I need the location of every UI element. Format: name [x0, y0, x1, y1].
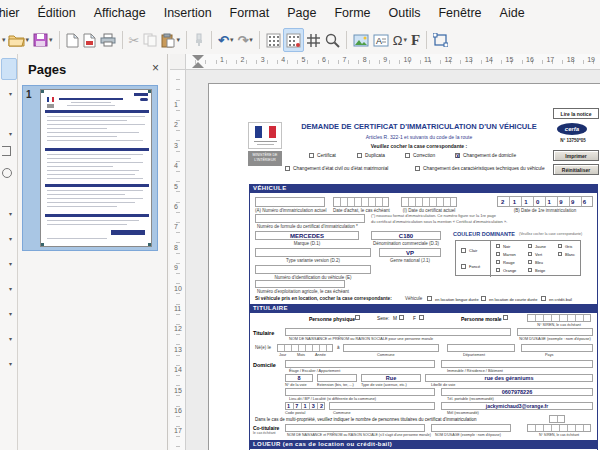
checkbox-blanc[interactable] [558, 252, 562, 256]
checkbox-location-longue[interactable] [427, 296, 432, 301]
export-pdf-icon[interactable] [81, 28, 98, 52]
co-titulaire-siren-cells[interactable] [527, 424, 591, 432]
redo-icon[interactable]: ↷▾ [235, 28, 254, 52]
menu-affichage[interactable]: Affichage [85, 2, 155, 24]
menu-fichier[interactable]: Fichier [0, 2, 29, 24]
departement-field[interactable] [447, 344, 515, 352]
checkbox-orange[interactable] [496, 268, 500, 272]
paste-icon[interactable]: ▾ [159, 28, 182, 52]
snap-to-grid-icon[interactable] [283, 28, 304, 52]
cut-icon[interactable]: ✂ [127, 28, 142, 52]
insert-image-icon[interactable] [351, 28, 371, 52]
print-icon[interactable] [98, 28, 118, 52]
ellipse-tool-icon[interactable] [2, 168, 12, 178]
titulaire-m-checkbox[interactable] [399, 315, 404, 320]
titulaire-siren-cells[interactable] [527, 314, 591, 322]
basic-shapes-dropdown-icon[interactable]: ▾ [9, 210, 12, 217]
lieu-dit-field[interactable] [285, 388, 435, 396]
titulaire-nom-field[interactable] [285, 328, 511, 336]
checkbox-bleu[interactable] [528, 260, 532, 264]
etage-field[interactable] [285, 360, 435, 368]
checkbox-marron[interactable] [496, 252, 500, 256]
ne-le-cells[interactable] [277, 344, 333, 352]
extension-field[interactable] [317, 374, 357, 382]
copy-icon[interactable] [141, 28, 159, 52]
line-tool-dropdown-icon[interactable]: ▾ [9, 90, 12, 97]
checkbox-credit-bail[interactable] [541, 296, 546, 301]
menu-format[interactable]: Format [221, 2, 279, 24]
flowchart-dropdown-icon[interactable]: ▾ [9, 285, 12, 292]
transformations-icon[interactable] [431, 28, 450, 52]
curve-tool-dropdown-icon[interactable]: ▾ [9, 130, 12, 137]
field-vin[interactable] [255, 265, 371, 274]
checkbox-clair[interactable] [461, 248, 466, 253]
field-type-variante[interactable] [255, 248, 371, 257]
undo-icon[interactable]: ↶▾ [216, 28, 235, 52]
menu-fenetre[interactable]: Fenêtre [429, 2, 490, 24]
menu-forme[interactable]: Forme [325, 2, 379, 24]
open-dropdown-icon[interactable]: ▾ [26, 36, 30, 44]
checkbox-jaune[interactable] [528, 244, 532, 248]
undo-dropdown-icon[interactable]: ▾ [230, 36, 234, 44]
checkbox-location-courte[interactable] [481, 296, 486, 301]
fontwork-icon[interactable]: F [409, 28, 422, 52]
redo-dropdown-icon[interactable]: ▾ [249, 36, 253, 44]
field-numero-formule[interactable] [255, 214, 365, 223]
save-icon[interactable]: ▾ [31, 28, 55, 52]
page-thumbnail[interactable] [40, 89, 152, 247]
checkbox-gris[interactable] [558, 244, 562, 248]
checkbox-noir[interactable] [496, 244, 500, 248]
titulaire-f-checkbox[interactable] [419, 315, 424, 320]
field-date-achat[interactable] [333, 197, 389, 207]
callouts-dropdown-icon[interactable]: ▾ [9, 310, 12, 317]
indent-marker-icon[interactable] [192, 62, 204, 68]
menu-edition[interactable]: Édition [29, 2, 85, 24]
symbol-shapes-dropdown-icon[interactable]: ▾ [9, 235, 12, 242]
checkbox-fonce[interactable] [461, 264, 466, 269]
checkbox-certificat[interactable] [309, 153, 314, 158]
zoom-icon[interactable] [323, 28, 342, 52]
helplines-icon[interactable] [304, 28, 323, 52]
titulaire-usage-field[interactable] [517, 328, 593, 336]
vertical-ruler[interactable]: 1234567891011121314151617 [170, 70, 186, 450]
horizontal-ruler[interactable]: 12345678910111213141516171819 [186, 54, 600, 70]
special-character-dropdown-icon[interactable]: ▾ [404, 36, 408, 44]
co-titulaire-nom-field[interactable] [285, 424, 425, 432]
checkbox-rouge[interactable] [496, 260, 500, 264]
reinitialiser-button[interactable]: Réinitialiser [553, 164, 599, 175]
save-dropdown-icon[interactable]: ▾ [49, 36, 53, 44]
stars-dropdown-icon[interactable]: ▾ [9, 335, 12, 342]
titulaire-personne-morale-checkbox[interactable] [503, 315, 508, 320]
imprimer-button[interactable]: Imprimer [553, 150, 599, 161]
new-document-icon[interactable]: ▾ [2, 36, 6, 44]
paste-dropdown-icon[interactable]: ▾ [176, 36, 180, 44]
arrows-dropdown-icon[interactable]: ▾ [9, 260, 12, 267]
3d-objects-dropdown-icon[interactable]: ▾ [9, 360, 12, 367]
checkbox-vert[interactable] [528, 252, 532, 256]
immeuble-field[interactable] [441, 360, 593, 368]
display-grid-icon[interactable] [264, 28, 283, 52]
checkbox-changement-domicile[interactable]: X [455, 153, 460, 158]
menu-aide[interactable]: Aide [491, 2, 534, 24]
multi-propriete-cells[interactable] [549, 415, 565, 423]
lire-la-notice-button[interactable]: Lire la notice [553, 108, 599, 119]
co-titulaire-usage-field[interactable] [431, 424, 511, 432]
special-character-icon[interactable]: Ω▾ [391, 28, 409, 52]
checkbox-caracteristiques[interactable] [415, 166, 420, 171]
new-doc-icon[interactable] [64, 28, 81, 52]
select-tool-active[interactable] [1, 58, 17, 80]
commune-naissance-field[interactable] [343, 344, 439, 352]
field-agricole[interactable] [255, 280, 345, 288]
menu-outils[interactable]: Outils [380, 2, 430, 24]
titulaire-personne-physique-checkbox[interactable] [355, 315, 360, 320]
menu-page[interactable]: Page [278, 2, 325, 24]
clone-formatting-icon[interactable] [191, 28, 207, 52]
commune-field[interactable] [329, 402, 435, 410]
checkbox-correction[interactable] [405, 153, 410, 158]
field-date-certificat[interactable] [401, 197, 457, 207]
open-icon[interactable]: ▾ [6, 28, 32, 52]
close-icon[interactable]: × [152, 61, 159, 75]
menu-insertion[interactable]: Insertion [155, 2, 221, 24]
indent-marker-icon[interactable] [192, 55, 204, 61]
rectangle-tool-icon[interactable] [2, 146, 11, 156]
